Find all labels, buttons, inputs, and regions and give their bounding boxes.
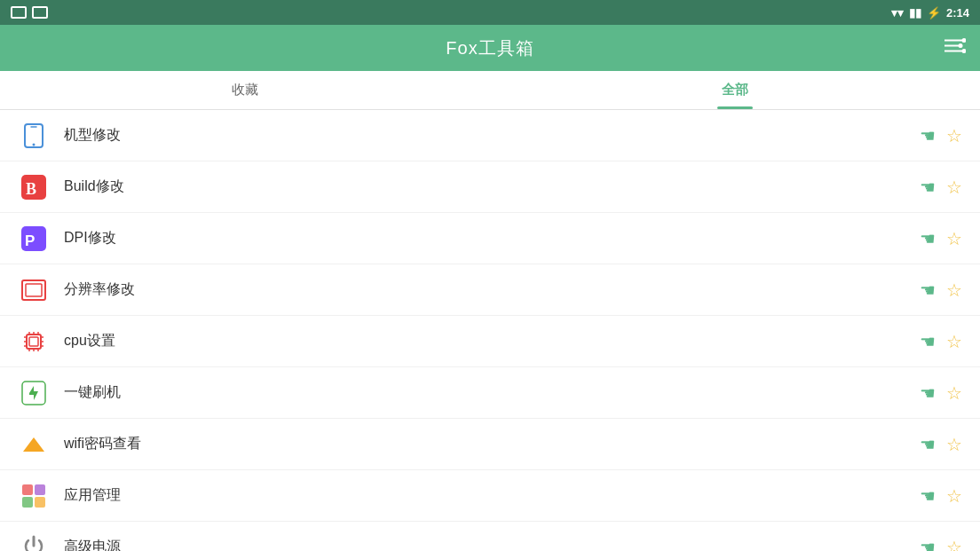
svg-rect-31 (22, 484, 33, 495)
status-time: 2:14 (946, 6, 969, 20)
battery-status-icon: ⚡ (927, 6, 941, 20)
item-label-power: 高级电源 (64, 538, 920, 551)
star-icon-resolution[interactable]: ☆ (946, 279, 962, 301)
star-icon-apps[interactable]: ☆ (946, 485, 962, 507)
svg-rect-16 (29, 337, 38, 346)
app-header: Fox工具箱 (0, 25, 980, 71)
svg-marker-30 (23, 437, 44, 452)
item-actions-model: ☚ ☆ (920, 125, 962, 146)
svg-point-4 (959, 43, 963, 48)
app-title: Fox工具箱 (446, 36, 533, 60)
tab-favorites[interactable]: 收藏 (0, 71, 490, 109)
svg-rect-32 (35, 484, 45, 495)
svg-point-8 (33, 143, 36, 146)
status-bar: ▾▾ ▮▮ ⚡ 2:14 (0, 0, 980, 25)
touch-icon-flash[interactable]: ☚ (920, 382, 936, 404)
item-actions-flash: ☚ ☆ (920, 382, 962, 404)
svg-rect-33 (22, 497, 33, 508)
status-bar-right: ▾▾ ▮▮ ⚡ 2:14 (891, 6, 969, 20)
icon-dpi: P (18, 223, 50, 255)
item-label-wifi: wifi密码查看 (64, 435, 920, 453)
touch-icon-model[interactable]: ☚ (920, 125, 936, 146)
item-actions-resolution: ☚ ☆ (920, 279, 962, 301)
star-icon-build[interactable]: ☆ (946, 177, 962, 198)
touch-icon-wifi[interactable]: ☚ (920, 434, 936, 455)
star-icon-dpi[interactable]: ☆ (946, 228, 962, 249)
icon-build: B (18, 171, 50, 203)
star-icon-model[interactable]: ☆ (946, 125, 962, 146)
icon-cpu (18, 326, 50, 358)
list-item-power[interactable]: 高级电源 ☚ ☆ (0, 522, 980, 551)
item-label-dpi: DPI修改 (64, 229, 920, 248)
settings-button[interactable] (944, 37, 966, 59)
touch-icon-build[interactable]: ☚ (920, 177, 936, 198)
svg-rect-14 (26, 284, 42, 296)
icon-phone (18, 120, 50, 152)
item-label-resolution: 分辨率修改 (64, 280, 920, 299)
svg-point-5 (962, 49, 967, 53)
touch-icon-cpu[interactable]: ☚ (920, 331, 936, 352)
list-item-wifi[interactable]: wifi密码查看 ☚ ☆ (0, 419, 980, 470)
wifi-status-icon: ▾▾ (891, 6, 904, 20)
svg-text:P: P (25, 232, 35, 249)
touch-icon-resolution[interactable]: ☚ (920, 279, 936, 301)
item-actions-cpu: ☚ ☆ (920, 331, 962, 352)
touch-icon-dpi[interactable]: ☚ (920, 228, 936, 249)
svg-text:B: B (26, 180, 36, 198)
list-item-cpu[interactable]: cpu设置 ☚ ☆ (0, 316, 980, 367)
star-icon-power[interactable]: ☆ (946, 537, 962, 552)
star-icon-cpu[interactable]: ☆ (946, 331, 962, 352)
star-icon-flash[interactable]: ☆ (946, 382, 962, 404)
icon-flash (18, 377, 50, 409)
tab-all[interactable]: 全部 (490, 71, 980, 109)
svg-point-3 (962, 38, 967, 43)
touch-icon-power[interactable]: ☚ (920, 537, 936, 552)
item-label-cpu: cpu设置 (64, 332, 920, 350)
list-item-apps[interactable]: 应用管理 ☚ ☆ (0, 470, 980, 522)
list-item-flash[interactable]: 一键刷机 ☚ ☆ (0, 367, 980, 419)
item-label-model: 机型修改 (64, 126, 920, 145)
item-actions-build: ☚ ☆ (920, 177, 962, 198)
tool-list: 机型修改 ☚ ☆ B Build修改 ☚ ☆ P DPI修改 ☚ (0, 110, 980, 551)
item-label-apps: 应用管理 (64, 486, 920, 505)
icon-apps (18, 480, 50, 512)
touch-icon-apps[interactable]: ☚ (920, 485, 936, 507)
item-label-flash: 一键刷机 (64, 383, 920, 402)
item-actions-power: ☚ ☆ (920, 537, 962, 552)
item-actions-wifi: ☚ ☆ (920, 434, 962, 455)
status-square-2 (32, 6, 48, 19)
star-icon-wifi[interactable]: ☆ (946, 434, 962, 455)
item-label-build: Build修改 (64, 177, 920, 196)
item-actions-apps: ☚ ☆ (920, 485, 962, 507)
tab-bar: 收藏 全部 (0, 71, 980, 110)
status-square-1 (11, 6, 27, 19)
svg-rect-34 (35, 497, 45, 508)
status-bar-left (11, 6, 48, 19)
icon-wifi (18, 429, 50, 460)
item-actions-dpi: ☚ ☆ (920, 228, 962, 249)
list-item-model[interactable]: 机型修改 ☚ ☆ (0, 110, 980, 161)
list-item-resolution[interactable]: 分辨率修改 ☚ ☆ (0, 264, 980, 316)
icon-resolution (18, 274, 50, 306)
signal-icon: ▮▮ (909, 6, 921, 20)
list-item-dpi[interactable]: P DPI修改 ☚ ☆ (0, 213, 980, 264)
list-item-build[interactable]: B Build修改 ☚ ☆ (0, 161, 980, 213)
icon-power (18, 531, 50, 552)
